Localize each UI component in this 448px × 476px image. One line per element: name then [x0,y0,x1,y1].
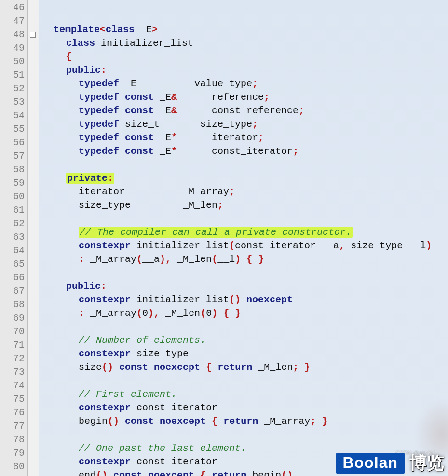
fold-cell [28,190,39,204]
fold-cell [28,433,39,447]
code-line[interactable]: typedef _E value_type; [45,77,448,91]
fold-toggle-icon[interactable] [30,32,36,38]
fold-cell [28,258,39,271]
code-line[interactable]: size_type _M_len; [45,199,448,212]
code-line[interactable]: iterator _M_array; [45,185,448,199]
fold-cell [28,312,39,325]
line-number: 75 [0,393,27,406]
code-line[interactable]: typedef size_t size_type; [45,118,448,131]
fold-cell [28,393,39,406]
watermark: Boolan 博览 [336,451,444,475]
line-number: 71 [0,339,27,352]
line-number: 68 [0,298,27,312]
fold-column [28,0,39,476]
code-line[interactable]: typedef const _E& reference; [45,91,448,104]
line-number: 48 [0,28,27,41]
code-line[interactable]: private: [45,172,448,185]
code-line[interactable]: typedef const _E* iterator; [45,131,448,145]
code-line[interactable]: { [45,50,448,64]
fold-cell [28,122,39,136]
code-line[interactable]: typedef const _E& const_reference; [45,104,448,118]
line-number: 72 [0,352,27,366]
fold-cell [28,14,39,28]
code-area[interactable]: template<class _E>class initializer_list… [39,0,448,476]
fold-cell [28,41,39,55]
code-line[interactable] [45,266,448,280]
fold-cell [28,366,39,379]
code-line[interactable]: constexpr initializer_list(const_iterato… [45,239,448,253]
line-number: 80 [0,460,27,474]
line-number: 47 [0,14,27,28]
code-line[interactable] [45,374,448,388]
fold-cell [28,68,39,82]
code-line[interactable]: template<class _E> [45,23,448,37]
line-number: 54 [0,109,27,122]
code-line[interactable]: // Number of elements. [45,334,448,347]
fold-cell [28,339,39,352]
fold-cell [28,136,39,150]
fold-cell [28,460,39,474]
fold-cell [28,95,39,109]
line-number: 63 [0,231,27,244]
line-number: 69 [0,312,27,325]
boolan-logo: Boolan [336,453,405,474]
line-number: 60 [0,190,27,204]
code-line[interactable]: constexpr size_type [45,347,448,361]
fold-cell [28,1,39,14]
line-number: 70 [0,325,27,339]
code-line[interactable]: : _M_array(__a), _M_len(__l) { } [45,253,448,266]
line-number: 50 [0,55,27,68]
line-number: 52 [0,82,27,95]
code-line[interactable]: // First element. [45,388,448,401]
line-number: 59 [0,177,27,190]
line-number: 57 [0,150,27,163]
line-number: 65 [0,258,27,271]
line-number: 58 [0,163,27,177]
code-line[interactable]: // The compiler can call a private const… [45,226,448,239]
line-number: 61 [0,204,27,217]
photo-smudge [415,399,448,457]
fold-cell [28,298,39,312]
fold-cell [28,352,39,366]
fold-cell [28,28,39,41]
code-line[interactable]: public: [45,280,448,293]
code-line[interactable] [45,158,448,172]
fold-cell [28,447,39,460]
line-number: 62 [0,217,27,231]
line-number: 74 [0,379,27,393]
code-line[interactable]: constexpr const_iterator [45,401,448,415]
line-number: 76 [0,406,27,420]
fold-cell [28,204,39,217]
fold-cell [28,244,39,258]
fold-cell [28,109,39,122]
code-line[interactable]: : _M_array(0), _M_len(0) { } [45,307,448,320]
code-line[interactable]: typedef const _E* const_iterator; [45,145,448,158]
line-number: 55 [0,122,27,136]
code-line[interactable]: constexpr initializer_list() noexcept [45,293,448,307]
line-number: 73 [0,366,27,379]
code-editor[interactable]: 4647484950515253545556575859606162636465… [0,0,448,476]
fold-cell [28,325,39,339]
fold-cell [28,217,39,231]
fold-cell [28,420,39,433]
fold-cell [28,271,39,285]
line-number: 78 [0,433,27,447]
code-line[interactable]: size() const noexcept { return _M_len; } [45,361,448,374]
line-number: 53 [0,95,27,109]
line-number: 56 [0,136,27,150]
code-line[interactable]: class initializer_list [45,37,448,50]
code-line[interactable] [45,212,448,226]
code-line[interactable]: begin() const noexcept { return _M_array… [45,415,448,428]
line-number: 64 [0,244,27,258]
line-number: 51 [0,68,27,82]
line-number: 77 [0,420,27,433]
line-number: 79 [0,447,27,460]
code-line[interactable]: public: [45,64,448,77]
code-line[interactable] [45,320,448,334]
code-line[interactable] [45,428,448,442]
fold-cell [28,177,39,190]
line-number-gutter: 4647484950515253545556575859606162636465… [0,0,28,476]
fold-cell [28,55,39,68]
fold-cell [28,163,39,177]
line-number: 46 [0,1,27,14]
